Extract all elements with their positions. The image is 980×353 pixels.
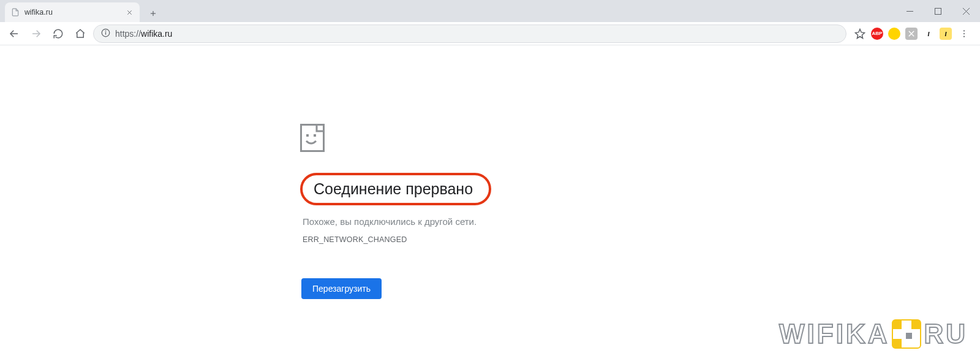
browser-menu-button[interactable] xyxy=(957,25,971,43)
svg-point-14 xyxy=(963,32,965,34)
bookmark-star-icon[interactable] xyxy=(854,28,866,40)
url-scheme: https:// xyxy=(115,29,141,39)
svg-rect-18 xyxy=(314,134,316,137)
svg-rect-5 xyxy=(935,8,941,14)
svg-rect-17 xyxy=(306,134,309,137)
url-host: wifika.ru xyxy=(141,29,172,39)
svg-point-12 xyxy=(105,31,106,31)
toolbar: https://wifika.ru ABP l l xyxy=(0,22,980,45)
extension-abp-icon[interactable]: ABP xyxy=(871,28,883,40)
browser-tab[interactable]: wifika.ru xyxy=(5,2,140,22)
reload-page-button[interactable]: Перезагрузить xyxy=(301,278,382,299)
tab-strip: wifika.ru xyxy=(0,0,980,22)
address-bar[interactable]: https://wifika.ru xyxy=(93,25,846,43)
site-info-icon[interactable] xyxy=(101,28,110,39)
window-controls xyxy=(895,0,980,22)
home-button[interactable] xyxy=(71,25,89,43)
sad-file-icon xyxy=(300,124,692,154)
tab-title: wifika.ru xyxy=(24,8,120,17)
window-close-button[interactable] xyxy=(952,0,980,22)
back-button[interactable] xyxy=(5,25,23,43)
extension-yellow-circle-icon[interactable] xyxy=(888,28,900,40)
window-maximize-button[interactable] xyxy=(924,0,952,22)
svg-point-15 xyxy=(963,36,965,37)
extension-l-icon-2[interactable]: l xyxy=(940,28,952,40)
error-page: Соединение прервано Похоже, вы подключил… xyxy=(300,124,692,299)
reload-button[interactable] xyxy=(49,25,67,43)
extension-l-icon-1[interactable]: l xyxy=(922,28,935,40)
watermark-part-1: WIFIKA xyxy=(779,319,889,349)
error-title-highlight: Соединение прервано xyxy=(300,173,491,205)
tab-close-icon[interactable] xyxy=(125,8,134,17)
file-icon xyxy=(11,8,20,17)
error-code: ERR_NETWORK_CHANGED xyxy=(303,235,692,244)
url-text: https://wifika.ru xyxy=(115,29,172,39)
new-tab-button[interactable] xyxy=(145,5,162,22)
error-subtitle: Похоже, вы подключились к другой сети. xyxy=(303,216,692,227)
extensions-row: ABP l l xyxy=(850,25,975,43)
extension-grey-square-icon[interactable] xyxy=(905,28,918,40)
forward-button[interactable] xyxy=(27,25,45,43)
error-title: Соединение прервано xyxy=(314,180,473,198)
svg-point-13 xyxy=(963,30,965,31)
window-minimize-button[interactable] xyxy=(895,0,924,22)
page-content: Соединение прервано Похоже, вы подключил… xyxy=(0,45,980,353)
watermark-logo: WIFIKA RU xyxy=(779,319,968,349)
watermark-part-2: RU xyxy=(924,319,968,349)
watermark-qr-icon xyxy=(892,319,921,349)
